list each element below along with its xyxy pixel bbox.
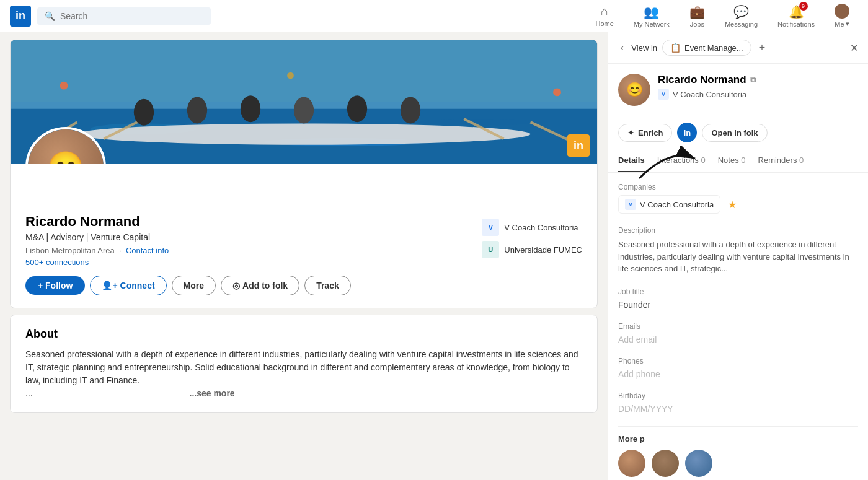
companies-field: Companies V V Coach Consultoria ★ (618, 183, 858, 214)
panel-person-info: 😊 Ricardo Normand ⧉ V V Coach Consultori… (608, 64, 868, 116)
profile-actions: + Follow 👤+ Connect More ◎ Add to folk T… (25, 276, 582, 295)
panel-company-badge: V (658, 89, 669, 100)
svg-point-11 (134, 99, 154, 126)
description-label: Description (618, 226, 858, 235)
event-manager-icon: 📋 (670, 43, 681, 53)
job-title-value: Founder (618, 300, 858, 310)
more-people-title: More p (618, 434, 858, 443)
copy-icon[interactable]: ⧉ (750, 75, 756, 85)
notes-count: 0 (741, 155, 745, 165)
profile-photo: 😊 (25, 127, 106, 164)
panel-person-name: Ricardo Normand ⧉ (658, 74, 858, 86)
company-tag-badge: V (625, 199, 636, 210)
more-button[interactable]: More (172, 276, 216, 295)
about-title: About (25, 328, 582, 341)
linkedin-button[interactable]: in (677, 123, 697, 142)
nav-messaging[interactable]: 💬 Messaging (716, 0, 766, 32)
jobs-icon: 💼 (689, 4, 705, 19)
interactions-count: 0 (701, 155, 705, 165)
emails-placeholder[interactable]: Add email (618, 334, 858, 344)
emails-label: Emails (618, 322, 858, 331)
svg-point-16 (401, 97, 420, 123)
tab-notes[interactable]: Notes 0 (718, 149, 746, 172)
tab-details[interactable]: Details (618, 149, 645, 172)
phones-placeholder[interactable]: Add phone (618, 369, 858, 379)
nav-my-network[interactable]: 👥 My Network (625, 0, 678, 32)
company-item-vcoach[interactable]: V V Coach Consultoria (482, 219, 582, 236)
panel-header: ‹ View in 📋 Event Manage... + ✕ (608, 32, 868, 64)
svg-point-18 (553, 88, 561, 96)
reminders-count: 0 (799, 155, 804, 165)
mini-avatar-2[interactable] (652, 450, 679, 477)
phones-field: Phones Add phone (618, 357, 858, 379)
vcoach-name: V Coach Consultoria (504, 223, 578, 232)
enrich-button[interactable]: ✦ Enrich (618, 124, 672, 142)
nav-jobs[interactable]: 💼 Jobs (681, 0, 714, 32)
add-to-folk-label: Add to folk (242, 281, 288, 290)
mini-avatar-3[interactable] (685, 450, 712, 477)
see-more-link[interactable]: ...see more (190, 388, 235, 398)
birthday-field: Birthday DD/MM/YYYY (618, 391, 858, 414)
profile-info: V V Coach Consultoria U Universidade FUM… (11, 164, 597, 308)
linkedin-logo[interactable]: in (10, 6, 31, 27)
connect-label: Connect (120, 281, 155, 290)
tab-reminders[interactable]: Reminders 0 (758, 149, 804, 172)
company-tag[interactable]: V V Coach Consultoria (618, 195, 720, 214)
nav-me[interactable]: Me ▾ (826, 0, 858, 32)
connect-button[interactable]: 👤+ Connect (90, 276, 166, 295)
connections-count: 500+ connections (25, 258, 89, 267)
tab-interactions[interactable]: Interactions 0 (657, 149, 706, 172)
panel-plus-button[interactable]: + (759, 41, 766, 55)
people-avatars (618, 450, 858, 477)
view-in-badge[interactable]: 📋 Event Manage... (662, 40, 751, 56)
panel-company-name: V Coach Consultoria (673, 90, 746, 99)
linkedin-profile-badge: in (567, 134, 590, 157)
enrich-label: Enrich (638, 128, 663, 137)
profile-connections: 500+ connections (25, 258, 582, 267)
fumec-logo: U (482, 241, 499, 258)
svg-point-17 (60, 82, 68, 90)
folk-icon: ◎ (232, 281, 240, 290)
track-button[interactable]: Track (304, 276, 351, 295)
nav-notifications[interactable]: 🔔 9 Notifications (769, 0, 823, 32)
company-row: V V Coach Consultoria ★ (618, 195, 858, 214)
fumec-name: Universidade FUMEC (504, 245, 582, 255)
contact-info-link[interactable]: Contact info (126, 246, 169, 255)
notifications-icon: 🔔 9 (789, 4, 804, 19)
mini-avatar-1[interactable] (618, 450, 645, 477)
folk-panel: ‹ View in 📋 Event Manage... + ✕ 😊 Ricard… (608, 32, 868, 480)
panel-person-company: V V Coach Consultoria (658, 89, 858, 100)
panel-tabs: Details Interactions 0 Notes 0 Reminders… (608, 149, 868, 173)
svg-point-6 (78, 123, 531, 144)
about-ellipsis: ... (25, 388, 33, 398)
linkedin-in-icon: in (684, 128, 691, 137)
search-bar[interactable]: 🔍 (37, 7, 211, 25)
birthday-placeholder[interactable]: DD/MM/YYYY (618, 404, 858, 414)
nav-jobs-label: Jobs (690, 20, 704, 28)
view-in-label: View in (631, 43, 657, 53)
search-icon: 🔍 (45, 11, 55, 21)
description-text: Seasoned professional with a depth of ex… (618, 238, 858, 275)
panel-back-button[interactable]: ‹ (618, 40, 626, 56)
me-avatar (835, 4, 849, 19)
about-body-text: Seasoned professional with a depth of ex… (25, 349, 578, 385)
job-title-label: Job title (618, 287, 858, 296)
nav-me-label: Me ▾ (835, 20, 849, 28)
star-icon[interactable]: ★ (728, 199, 737, 211)
svg-point-15 (347, 95, 367, 122)
company-item-fumec[interactable]: U Universidade FUMEC (482, 241, 582, 258)
company-tag-name: V Coach Consultoria (640, 200, 714, 209)
profile-photo-wrapper: 😊 (25, 127, 106, 164)
svg-point-13 (241, 95, 260, 122)
open-in-folk-button[interactable]: Open in folk (702, 124, 767, 142)
follow-button[interactable]: + Follow (25, 276, 85, 295)
enrich-icon: ✦ (627, 128, 634, 137)
nav-notifications-label: Notifications (777, 20, 815, 28)
top-navigation: in 🔍 ⌂ Home 👥 My Network 💼 Jobs 💬 Messag… (0, 0, 868, 32)
add-to-folk-button[interactable]: ◎ Add to folk (221, 276, 299, 295)
nav-home[interactable]: ⌂ Home (587, 0, 622, 32)
nav-home-label: Home (595, 20, 613, 27)
search-input[interactable] (60, 11, 203, 21)
panel-close-button[interactable]: ✕ (850, 42, 858, 54)
about-text: Seasoned professional with a depth of ex… (25, 348, 582, 400)
